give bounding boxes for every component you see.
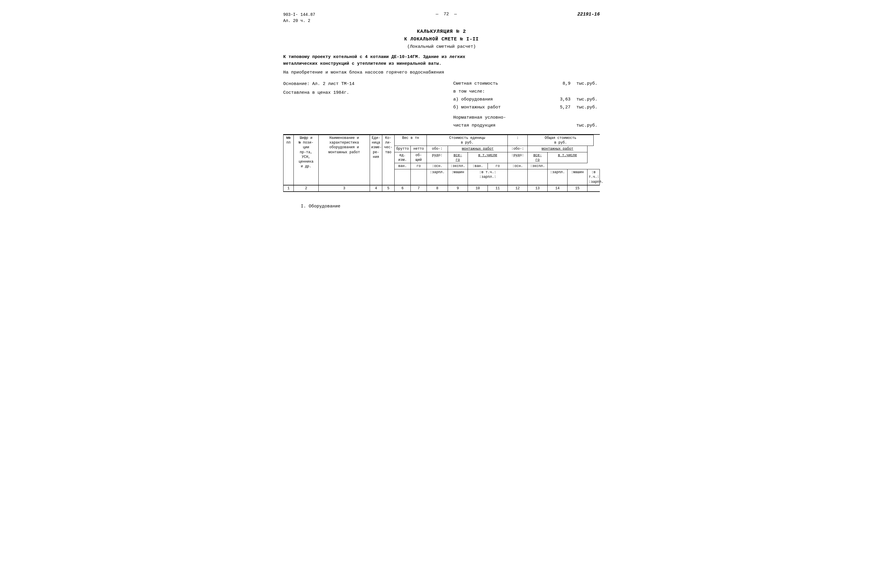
page-number-block: — 72 — <box>430 12 462 17</box>
col-unit-header: Еди-ницаизме-ре-ния <box>370 135 382 185</box>
info-right: Сметная стоимость 8,9 тыс.руб. в том чис… <box>453 80 600 129</box>
norm-label-text: Нормативная условно- <box>453 114 535 122</box>
description-line2: металлических конструкций с утеплителем … <box>283 61 600 68</box>
col-osn-total: :осн. <box>508 163 528 169</box>
b-value: 5,27 <box>541 104 570 111</box>
col-netto: нетто <box>411 146 427 152</box>
col-spacer2: :обо-: <box>508 146 528 152</box>
norm-label: Нормативная условно- <box>453 114 600 122</box>
col-rud-unit: рудо: <box>427 152 448 163</box>
title-note: (Локальный сметный расчет) <box>283 44 600 49</box>
page-header: 903-I- 144.87 Ал. 20 ч. 2 — 72 — 22191-1… <box>283 12 600 24</box>
col-spacer7: :в т.ч.::зарпл. <box>588 170 600 185</box>
col-mont-unit: монтажных работ <box>448 146 508 152</box>
info-left: Основание: Ал. 2 лист ТМ-14 Составлена в… <box>283 80 354 129</box>
col-ed-izm: ед.изм. <box>395 152 411 163</box>
col-qty-header: Ко-ли-чес-тво <box>382 135 395 185</box>
n5: 5 <box>382 185 395 192</box>
col-name-header: Наименование ихарактеристикаоборудования… <box>319 135 370 185</box>
blank1 <box>395 170 411 185</box>
doc-number: 22191-16 <box>577 12 600 17</box>
col-zarp-total: :зарпл. <box>548 170 567 185</box>
col-vse-unit: все-го <box>448 152 468 163</box>
col-vt-total: в т.числе <box>548 152 588 163</box>
col-spacer6 <box>528 170 548 185</box>
data-table: №№пп Шифр и№ пози-циипр-та,УСН,ценникаи … <box>283 135 600 200</box>
col-brutto: брутто <box>395 146 411 152</box>
n8: 8 <box>427 185 448 192</box>
number-row: 1 2 3 4 5 6 7 8 9 10 11 12 13 14 15 <box>283 185 600 192</box>
basis-label: Основание: Ал. 2 лист ТМ-14 <box>283 80 354 88</box>
col-cost-total-header: Общая стоимостьв руб. <box>528 135 594 146</box>
a-value: 3,63 <box>541 96 570 104</box>
smetnaya-label: Сметная стоимость <box>453 80 535 88</box>
blank2 <box>411 170 427 185</box>
n14: 14 <box>548 185 567 192</box>
n7: 7 <box>411 185 427 192</box>
col-cipher-header: Шифр и№ пози-циипр-та,УСН,ценникаи др. <box>294 135 319 185</box>
doc-ref-line2: Ал. 20 ч. 2 <box>283 18 315 24</box>
description-block: К типовому проекту котельной с 4 котлами… <box>283 54 600 67</box>
norm-label2-row: чистая продукция тыс.руб. <box>453 122 600 129</box>
description-line1: К типовому проекту котельной с 4 котлами… <box>283 54 600 61</box>
price-label: Составлена в ценах 1984г. <box>283 88 354 97</box>
header-row-1: №№пп Шифр и№ пози-циипр-та,УСН,ценникаи … <box>283 135 600 146</box>
cost-smetnaya: Сметная стоимость 8,9 тыс.руб. <box>453 80 600 88</box>
doc-reference: 903-I- 144.87 Ал. 20 ч. 2 <box>283 12 315 24</box>
col-expl-unit: :экспл. <box>448 163 468 169</box>
a-unit: тыс.руб. <box>576 96 600 104</box>
norm-unit: тыс.руб. <box>576 122 600 129</box>
cost-b: б) монтажных работ 5,27 тыс.руб. <box>453 104 600 111</box>
n15: 15 <box>567 185 588 192</box>
n9: 9 <box>448 185 468 192</box>
vtom-label: в том числе: <box>453 88 535 96</box>
n12: 12 <box>508 185 528 192</box>
col-ван-unit: ван. <box>395 163 411 169</box>
n11: 11 <box>488 185 508 192</box>
title-main: КАЛЬКУЛЯЦИЯ № 2 <box>283 29 600 34</box>
col-obshiy: об-щий <box>411 152 427 163</box>
col-vse-total: все-го <box>528 152 548 163</box>
n2: 2 <box>294 185 319 192</box>
col-spacer1: : <box>508 135 528 146</box>
col-obo-unit: обо-: <box>427 146 448 152</box>
b-unit: тыс.руб. <box>576 104 600 111</box>
title-sub: К ЛОКАЛЬНОЙ СМЕТЕ № I-II <box>283 37 600 42</box>
n6: 6 <box>395 185 411 192</box>
purpose-line: На приобретение и монтаж блока насосов г… <box>283 70 600 75</box>
col-spacer4: :ван. <box>468 163 488 169</box>
col-spacer3: :рудо: <box>508 152 528 163</box>
norm-value <box>541 122 570 129</box>
main-table: №№пп Шифр и№ пози-циипр-та,УСН,ценникаи … <box>283 134 600 200</box>
col-num-header: №№пп <box>283 135 294 185</box>
col-го-total: го <box>488 163 508 169</box>
b-label: б) монтажных работ <box>453 104 535 111</box>
v-tom-chisle: в том числе: <box>453 88 600 96</box>
cost-a: а) оборудования 3,63 тыс.руб. <box>453 96 600 104</box>
col-zarp-unit: :зарпл. <box>427 170 448 185</box>
page-number: 72 <box>444 12 449 17</box>
n4: 4 <box>370 185 382 192</box>
norm-label2-text: чистая продукция <box>453 122 535 129</box>
col-expl-total: :экспл. <box>528 163 548 169</box>
col-mont-total: монтажных работ <box>528 146 588 152</box>
n13: 13 <box>528 185 548 192</box>
section-title-text: I. Оборудование <box>301 204 340 209</box>
n1: 1 <box>283 185 294 192</box>
col-osn-unit: :осн. <box>427 163 448 169</box>
doc-ref-line1: 903-I- 144.87 <box>283 12 315 18</box>
section-title: I. Оборудование <box>301 204 600 209</box>
n10: 10 <box>468 185 488 192</box>
col-bt-unit: :в т.ч.::зарпл.: <box>468 170 508 185</box>
a-label: а) оборудования <box>453 96 535 104</box>
col-го-unit: го <box>411 163 427 169</box>
col-vt-unit: в т.числе <box>468 152 508 163</box>
col-weight-header: Вес в тн <box>395 135 427 146</box>
col-spacer5 <box>508 170 528 185</box>
title-section: КАЛЬКУЛЯЦИЯ № 2 К ЛОКАЛЬНОЙ СМЕТЕ № I-II… <box>283 29 600 49</box>
n3: 3 <box>319 185 370 192</box>
data-row-empty <box>283 192 600 200</box>
col-mash-unit: :машин <box>448 170 468 185</box>
smetnaya-value: 8,9 <box>541 80 570 88</box>
info-section: Основание: Ал. 2 лист ТМ-14 Составлена в… <box>283 80 600 129</box>
